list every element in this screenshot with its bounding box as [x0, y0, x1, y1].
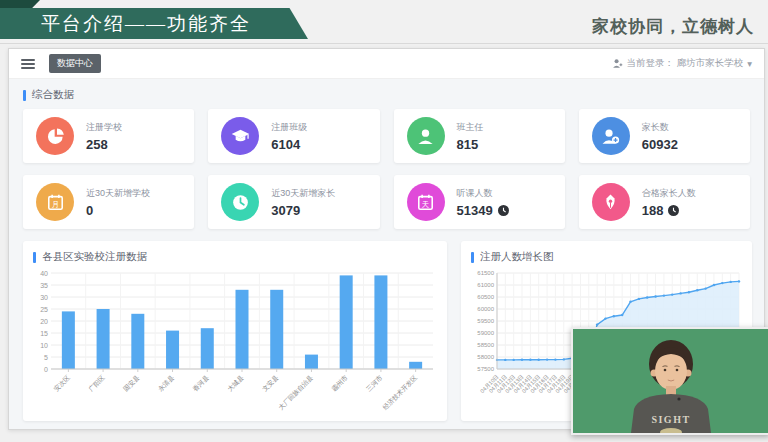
section-marker: [23, 90, 26, 101]
svg-text:天: 天: [422, 199, 429, 208]
svg-text:60000: 60000: [477, 306, 494, 312]
calendar-month-icon: 月: [36, 183, 74, 221]
section-overview: 综合数据: [23, 87, 750, 103]
stat-label: 近30天新增学校: [86, 187, 150, 200]
user-icon: [612, 58, 623, 69]
stat-cards-grid: 注册学校258注册班级6104班主任815家长数60932月近30天新增学校0近…: [23, 109, 750, 229]
dashboard-topbar: 数据中心 当前登录： 廊坊市家长学校 ▾: [9, 49, 764, 79]
svg-text:香河县: 香河县: [191, 373, 211, 393]
calendar-day-icon: 天: [407, 183, 445, 221]
svg-text:广阳区: 广阳区: [87, 373, 107, 393]
graduation-cap-icon: [221, 117, 259, 155]
stat-value: 51349: [457, 203, 493, 218]
stat-label: 注册学校: [86, 121, 122, 134]
slide-title: 平台介绍——功能齐全: [41, 11, 267, 37]
stat-label: 班主任: [457, 121, 484, 134]
ribbon-fold: [0, 0, 40, 9]
parent-add-icon: [592, 117, 630, 155]
svg-text:61500: 61500: [477, 270, 494, 276]
stat-card: 班主任815: [394, 109, 565, 163]
svg-text:59000: 59000: [477, 330, 494, 336]
pie-chart-icon: [36, 117, 74, 155]
current-login-dropdown[interactable]: 当前登录： 廊坊市家长学校 ▾: [612, 57, 752, 70]
svg-text:25: 25: [40, 306, 48, 313]
stat-label: 注册班级: [271, 121, 307, 134]
svg-text:59500: 59500: [477, 318, 494, 324]
svg-text:三河市: 三河市: [365, 373, 385, 393]
teacher-icon: [407, 117, 445, 155]
history-clock-icon: [668, 205, 679, 216]
shirt-text: SIGHT: [651, 414, 690, 425]
line-chart-header: 注册人数增长图: [471, 249, 742, 265]
svg-text:安次区: 安次区: [52, 373, 71, 392]
menu-toggle-icon[interactable]: [21, 59, 35, 69]
section-marker: [471, 252, 474, 263]
svg-text:10: 10: [40, 342, 48, 349]
svg-text:60500: 60500: [477, 294, 494, 300]
svg-text:30: 30: [40, 294, 48, 301]
svg-text:57500: 57500: [477, 366, 494, 372]
svg-text:大城县: 大城县: [226, 373, 245, 392]
stat-card: 家长数60932: [579, 109, 750, 163]
section-marker: [33, 252, 36, 263]
stat-label: 合格家长人数: [642, 187, 696, 200]
pen-nib-icon: [592, 183, 630, 221]
bar-chart-svg: 0510152025303540安次区广阳区固安县永清县香河县大城县文安县大厂回…: [33, 269, 437, 419]
svg-text:15: 15: [40, 330, 48, 337]
bar-chart-panel: 各县区实验校注册数据 0510152025303540安次区广阳区固安县永清县香…: [23, 241, 447, 421]
svg-text:月: 月: [51, 199, 58, 208]
clock-icon: [221, 183, 259, 221]
stat-card: 注册学校258: [23, 109, 194, 163]
chevron-down-icon: ▾: [747, 58, 752, 69]
slide-slogan: 家校协同，立德树人: [592, 15, 754, 38]
svg-text:5: 5: [44, 354, 48, 361]
stat-card: 月近30天新增学校0: [23, 175, 194, 229]
svg-text:经济技术开发区: 经济技术开发区: [381, 373, 419, 411]
line-chart-title: 注册人数增长图: [480, 250, 554, 264]
svg-text:40: 40: [40, 270, 48, 277]
svg-text:58000: 58000: [477, 354, 494, 360]
svg-text:永清县: 永清县: [157, 373, 177, 393]
svg-text:58500: 58500: [477, 342, 494, 348]
current-login-label: 当前登录： 廊坊市家长学校: [627, 57, 744, 70]
svg-text:20: 20: [40, 318, 48, 325]
ribbon-banner: 平台介绍——功能齐全: [0, 8, 308, 39]
svg-text:0: 0: [44, 366, 48, 373]
section-overview-label: 综合数据: [32, 88, 74, 102]
svg-text:大厂回族自治县: 大厂回族自治县: [277, 373, 315, 411]
bar-chart-header: 各县区实验校注册数据: [33, 249, 437, 265]
stat-value: 3079: [271, 203, 300, 218]
stat-value: 60932: [642, 137, 678, 152]
stat-value: 258: [86, 137, 108, 152]
history-clock-icon: [498, 205, 509, 216]
stat-value: 815: [457, 137, 479, 152]
stat-value: 0: [86, 203, 93, 218]
svg-text:61000: 61000: [477, 282, 494, 288]
stat-label: 家长数: [642, 121, 678, 134]
stat-value: 6104: [271, 137, 300, 152]
slide-header: 平台介绍——功能齐全 家校协同，立德树人: [0, 0, 768, 44]
stat-card: 近30天新增家长3079: [208, 175, 379, 229]
tab-data-center[interactable]: 数据中心: [49, 54, 101, 73]
stat-label: 听课人数: [457, 187, 509, 200]
svg-text:文安县: 文安县: [261, 373, 280, 392]
svg-text:霸州市: 霸州市: [330, 373, 350, 393]
stat-card: 注册班级6104: [208, 109, 379, 163]
stat-value: 188: [642, 203, 664, 218]
stat-label: 近30天新增家长: [271, 187, 335, 200]
presenter-video[interactable]: SIGHT: [571, 327, 768, 435]
stat-card: 合格家长人数188: [579, 175, 750, 229]
bar-chart-title: 各县区实验校注册数据: [42, 250, 147, 264]
svg-text:35: 35: [40, 282, 48, 289]
svg-text:固安县: 固安县: [122, 373, 141, 392]
stat-card: 天听课人数51349: [394, 175, 565, 229]
